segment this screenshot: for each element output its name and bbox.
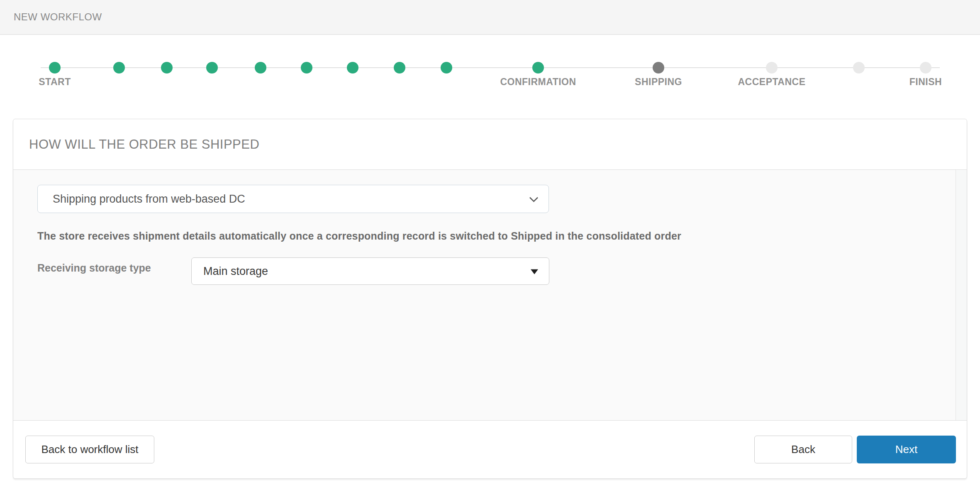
shipping-description: The store receives shipment details auto… (37, 230, 931, 242)
step-label-start: START (39, 76, 71, 88)
step-dot-start (49, 62, 61, 74)
step-dot-intermediate (255, 62, 266, 74)
card-title: HOW WILL THE ORDER BE SHIPPED (29, 137, 259, 152)
card-body: Shipping products from web-based DC The … (13, 170, 967, 421)
step-label-finish: FINISH (909, 76, 942, 88)
step-dot-intermediate (347, 62, 358, 74)
step-dot-finish (920, 62, 931, 74)
back-to-workflow-list-button[interactable]: Back to workflow list (25, 436, 154, 463)
step-label-confirmation: CONFIRMATION (500, 76, 576, 88)
step-dot-confirmation (532, 62, 544, 74)
scrollbar-track[interactable] (956, 170, 967, 420)
back-button[interactable]: Back (754, 436, 852, 463)
step-dot-shipping (653, 62, 664, 74)
card-header: HOW WILL THE ORDER BE SHIPPED (13, 119, 967, 170)
step-label-shipping: SHIPPING (635, 76, 682, 88)
caret-down-icon (531, 269, 538, 274)
top-bar: NEW WORKFLOW (0, 0, 980, 35)
step-dot-intermediate (301, 62, 312, 74)
storage-type-value: Main storage (203, 265, 268, 278)
next-button[interactable]: Next (857, 436, 956, 463)
step-dot-intermediate (161, 62, 173, 74)
page-title: NEW WORKFLOW (14, 11, 102, 23)
storage-type-label: Receiving storage type (37, 262, 191, 274)
storage-type-select[interactable]: Main storage (191, 257, 549, 285)
step-dot-acceptance (766, 62, 778, 74)
step-dot-intermediate (113, 62, 125, 74)
workflow-step-card: HOW WILL THE ORDER BE SHIPPED Shipping p… (13, 119, 967, 479)
step-label-acceptance: ACCEPTANCE (738, 76, 805, 88)
step-dot-intermediate (853, 62, 865, 74)
stepper: STARTCONFIRMATIONSHIPPINGACCEPTANCEFINIS… (0, 35, 980, 119)
shipping-method-value: Shipping products from web-based DC (53, 193, 245, 206)
card-footer: Back to workflow list Back Next (13, 421, 967, 478)
step-dot-intermediate (206, 62, 218, 74)
chevron-down-icon (529, 193, 539, 206)
step-dot-intermediate (394, 62, 405, 74)
stepper-line (41, 67, 940, 68)
step-dot-intermediate (441, 62, 452, 74)
storage-field-row: Receiving storage type Main storage (37, 257, 931, 285)
shipping-method-select[interactable]: Shipping products from web-based DC (37, 185, 549, 213)
